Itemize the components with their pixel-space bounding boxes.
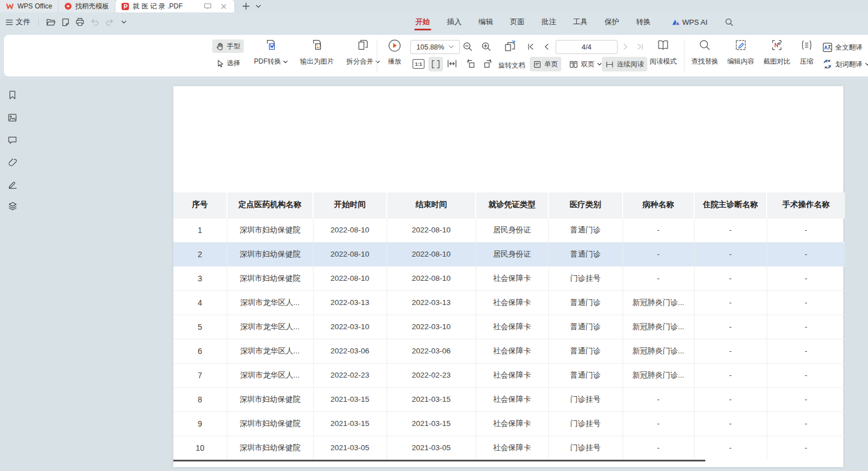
- table-cell: 2022-03-10: [313, 315, 387, 339]
- double-page-button[interactable]: 双页: [566, 57, 605, 71]
- open-file-icon[interactable]: [43, 15, 58, 29]
- last-page-icon[interactable]: [636, 42, 645, 51]
- layers-icon[interactable]: [7, 201, 18, 212]
- menu-search-icon[interactable]: [724, 17, 734, 27]
- previous-page-icon[interactable]: [542, 42, 551, 51]
- menu-tab[interactable]: 页面: [510, 12, 525, 32]
- table-cell: 2021-03-05: [313, 436, 387, 460]
- table-cell: 社会保障卡: [476, 363, 548, 387]
- menu-tab[interactable]: 开始: [415, 12, 430, 32]
- column-header: 结束时间: [387, 192, 476, 218]
- table-cell: -: [767, 363, 845, 387]
- single-page-button[interactable]: 单页: [530, 57, 561, 71]
- table-cell: 深圳市妇幼保健院: [227, 436, 313, 460]
- quickbar-more-caret-icon[interactable]: [117, 15, 131, 29]
- read-mode-button[interactable]: 阅读模式: [646, 35, 680, 71]
- zoom-in-icon[interactable]: [481, 41, 492, 52]
- table-cell: 普通门诊: [548, 363, 623, 387]
- table-cell: 深圳市妇幼保健院: [227, 411, 313, 436]
- split-merge-button[interactable]: 拆分合并: [341, 35, 386, 71]
- table-cell: 4: [173, 290, 227, 315]
- page-indicator-input[interactable]: 4/4: [556, 40, 618, 54]
- tab-docer[interactable]: 找稻壳模板: [59, 0, 115, 12]
- rotate-document-label[interactable]: 旋转文档: [498, 61, 525, 70]
- hand-tool-button[interactable]: 手型: [212, 39, 244, 53]
- rotate-right-icon[interactable]: [482, 59, 493, 69]
- play-button[interactable]: 播放: [381, 35, 408, 71]
- table-cell: 深圳市妇幼保健院: [227, 218, 313, 242]
- table-cell: 门诊挂号: [548, 266, 623, 290]
- table-cell: -: [694, 436, 767, 460]
- print-icon[interactable]: [73, 15, 87, 29]
- actual-size-icon[interactable]: 1:1: [413, 59, 424, 69]
- table-cell: 社会保障卡: [476, 436, 548, 460]
- zoom-out-icon[interactable]: [462, 41, 473, 52]
- table-cell: 社会保障卡: [476, 387, 548, 411]
- file-menu[interactable]: 文件: [6, 17, 30, 27]
- signature-pen-icon[interactable]: [7, 179, 18, 190]
- menu-tab[interactable]: 批注: [542, 12, 556, 32]
- table-cell: 2022-03-13: [313, 290, 387, 315]
- menu-tab[interactable]: 保护: [605, 12, 619, 32]
- column-header: 医疗类别: [548, 192, 623, 218]
- table-cell: 1: [173, 218, 227, 242]
- table-cell: -: [694, 266, 767, 290]
- tab-document[interactable]: 就 医 记 录 .PDF: [115, 0, 235, 12]
- zoom-level-select[interactable]: 105.88%: [410, 40, 460, 54]
- table-cell: -: [694, 339, 767, 363]
- table-body: 1深圳市妇幼保健院2022-08-102022-08-10居民身份证普通门诊--…: [173, 218, 845, 460]
- present-to-screen-icon[interactable]: [202, 3, 214, 10]
- menu-tab[interactable]: 编辑: [478, 12, 493, 32]
- tab-label: 找稻壳模板: [75, 2, 109, 11]
- table-cell: 2021-03-15: [387, 387, 476, 411]
- tab-list-caret-icon[interactable]: [252, 0, 265, 12]
- table-cell: 2022-03-06: [313, 339, 387, 363]
- search-icon: [698, 38, 712, 52]
- redo-icon[interactable]: [102, 15, 117, 29]
- replace-pages-icon[interactable]: [503, 39, 517, 54]
- table-cell: 2021-03-15: [387, 411, 476, 436]
- table-cell: 8: [173, 387, 227, 411]
- screenshot-compare-button[interactable]: 截图对比: [759, 35, 794, 71]
- menu-tab[interactable]: 转换: [636, 12, 651, 32]
- rotate-left-icon[interactable]: [466, 59, 476, 69]
- menu-tab[interactable]: 插入: [447, 12, 462, 32]
- table-cell: 普通门诊: [548, 315, 623, 339]
- close-tab-icon[interactable]: [217, 3, 230, 10]
- tab-wps-office[interactable]: WPS Office: [0, 0, 59, 12]
- new-tab-button[interactable]: [240, 0, 252, 12]
- table-cell: 2021-03-05: [387, 436, 476, 460]
- full-translation-button[interactable]: 全文翻译: [819, 41, 866, 54]
- edit-content-button[interactable]: 编辑内容: [723, 35, 758, 71]
- pdf-page: 序号定点医药机构名称开始时间结束时间就诊凭证类型医疗类别病种名称住院主诊断名称手…: [173, 86, 843, 467]
- compress-button[interactable]: 压缩: [795, 35, 818, 71]
- pdf-convert-button[interactable]: PDF转换: [248, 35, 293, 71]
- table-cell: -: [767, 411, 845, 436]
- next-page-icon[interactable]: [621, 42, 630, 51]
- bookmark-icon[interactable]: [7, 90, 17, 100]
- undo-icon[interactable]: [87, 15, 102, 29]
- table-cell: 2022-08-10: [387, 266, 476, 290]
- table-cell: 深圳市龙华区人...: [227, 315, 313, 339]
- thumbnail-icon[interactable]: [7, 113, 17, 123]
- select-tool-button[interactable]: 选择: [212, 56, 244, 70]
- word-translation-button[interactable]: 划词翻译: [819, 57, 868, 71]
- menu-tab[interactable]: 工具: [573, 12, 588, 32]
- export-as-image-button[interactable]: 输出为图片: [293, 35, 341, 71]
- fit-page-icon[interactable]: [428, 57, 443, 71]
- find-replace-button[interactable]: 查找替换: [687, 35, 722, 71]
- divider: [684, 40, 684, 71]
- first-page-icon[interactable]: [526, 42, 535, 51]
- horizontal-scrollbar[interactable]: [173, 460, 705, 461]
- table-cell: 2022-03-10: [387, 315, 476, 339]
- menu-items: 开始插入编辑页面批注工具保护转换: [415, 12, 651, 32]
- save-icon[interactable]: [58, 15, 73, 29]
- attachment-icon[interactable]: [7, 157, 18, 168]
- continuous-reading-button[interactable]: 连续阅读: [602, 57, 647, 71]
- table-cell: 深圳市妇幼保健院: [227, 387, 313, 411]
- fit-width-icon[interactable]: [446, 59, 458, 69]
- menu-right: WPS AI: [672, 12, 734, 32]
- wps-ai-menu[interactable]: WPS AI: [672, 18, 708, 26]
- wps-logo-icon: [6, 2, 14, 11]
- comment-icon[interactable]: [7, 135, 17, 145]
